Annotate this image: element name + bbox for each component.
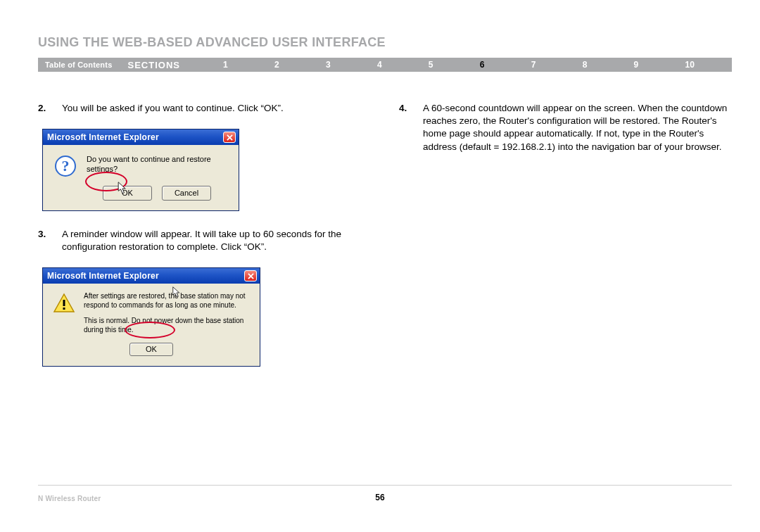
ok-button[interactable]: OK <box>129 343 173 356</box>
nav-section-8[interactable]: 8 <box>583 60 588 70</box>
step-text: A reminder window will appear. It will t… <box>62 228 371 253</box>
nav-section-9[interactable]: 9 <box>634 60 639 70</box>
page-number: 56 <box>375 493 384 502</box>
step-text: A 60-second countdown will appear on the… <box>423 102 732 153</box>
question-icon: ? <box>54 155 77 177</box>
cancel-button[interactable]: Cancel <box>162 186 211 201</box>
nav-section-2[interactable]: 2 <box>274 60 279 70</box>
footer-product-name: N Wireless Router <box>38 495 101 502</box>
nav-section-4[interactable]: 4 <box>377 60 382 70</box>
dialog-message-line1: After settings are restored, the base st… <box>84 292 250 310</box>
dialog-reminder: Microsoft Internet Explorer Afte <box>42 267 260 367</box>
nav-section-6[interactable]: 6 <box>480 60 485 70</box>
svg-text:?: ? <box>62 157 70 175</box>
dialog-title: Microsoft Internet Explorer <box>47 132 223 143</box>
close-icon[interactable] <box>223 132 236 143</box>
footer-divider <box>38 485 732 486</box>
dialog-message-line2: This is normal. Do not power down the ba… <box>84 317 250 334</box>
step-2: 2. You will be asked if you want to cont… <box>38 102 371 115</box>
nav-toc-link[interactable]: Table of Contents <box>38 61 127 69</box>
left-column: 2. You will be asked if you want to cont… <box>38 102 371 384</box>
nav-section-numbers: 1 2 3 4 5 6 7 8 9 10 <box>200 60 732 70</box>
nav-sections-label: SECTIONS <box>127 60 199 70</box>
nav-bar: Table of Contents SECTIONS 1 2 3 4 5 6 7… <box>38 58 732 72</box>
nav-section-1[interactable]: 1 <box>223 60 228 70</box>
warning-icon <box>53 292 75 315</box>
dialog-titlebar: Microsoft Internet Explorer <box>43 129 239 145</box>
right-column: 4. A 60-second countdown will appear on … <box>399 102 732 384</box>
dialog-message: Do you want to continue and restore sett… <box>87 155 227 175</box>
step-number: 3. <box>38 228 51 253</box>
nav-section-3[interactable]: 3 <box>326 60 331 70</box>
svg-rect-3 <box>63 308 65 310</box>
dialog-confirm-restore: Microsoft Internet Explorer ? Do you wan… <box>42 129 239 211</box>
dialog-title: Microsoft Internet Explorer <box>47 270 244 281</box>
step-4: 4. A 60-second countdown will appear on … <box>399 102 732 153</box>
ok-button[interactable]: OK <box>103 186 152 201</box>
step-number: 4. <box>399 102 412 153</box>
step-number: 2. <box>38 102 51 115</box>
page-title: USING THE WEB-BASED ADVANCED USER INTERF… <box>38 35 386 50</box>
close-icon[interactable] <box>244 270 257 281</box>
nav-section-5[interactable]: 5 <box>429 60 433 70</box>
nav-section-7[interactable]: 7 <box>531 60 536 70</box>
step-text: You will be asked if you want to continu… <box>62 102 371 115</box>
svg-rect-2 <box>63 300 65 306</box>
dialog-titlebar: Microsoft Internet Explorer <box>43 268 260 284</box>
nav-section-10[interactable]: 10 <box>685 60 695 70</box>
step-3: 3. A reminder window will appear. It wil… <box>38 228 371 253</box>
